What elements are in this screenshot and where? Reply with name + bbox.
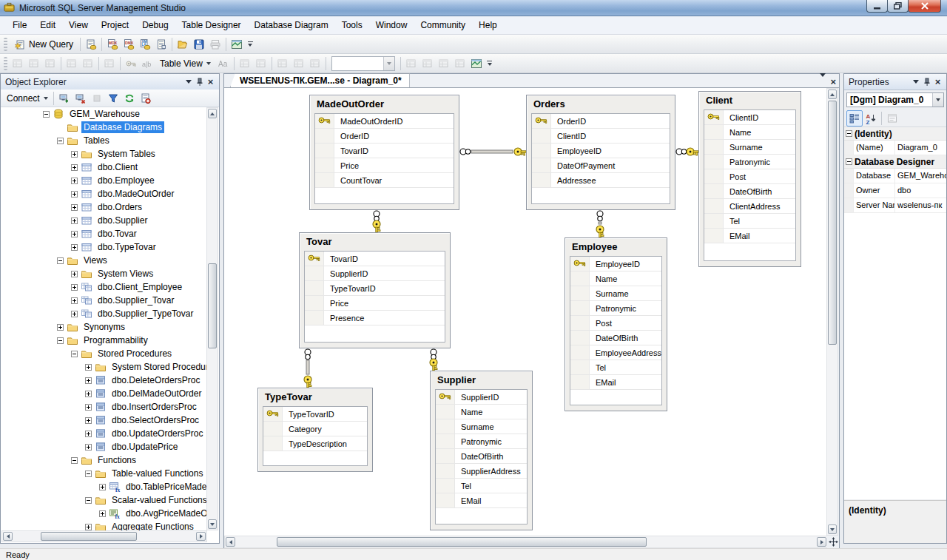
row-selector-cell[interactable] bbox=[532, 144, 551, 158]
remove-from-diagram-icon[interactable] bbox=[80, 55, 96, 72]
column-row[interactable]: TypeDescription bbox=[263, 436, 367, 451]
document-tab[interactable]: WSELENUS-ПК.GEM...se - Diagram_0* bbox=[230, 73, 410, 87]
column-row[interactable]: Addressee bbox=[532, 173, 670, 188]
scroll-left-icon[interactable] bbox=[3, 532, 13, 541]
scroll-right-icon[interactable] bbox=[817, 537, 826, 547]
row-selector-cell[interactable] bbox=[570, 331, 590, 345]
collapse-icon[interactable] bbox=[57, 337, 64, 344]
expand-icon[interactable] bbox=[99, 510, 106, 517]
relationship-orders-employee[interactable] bbox=[593, 210, 607, 237]
active-files-icon[interactable] bbox=[820, 77, 826, 87]
tree-item-dbo-avgpricemadeout[interactable]: fxdbo.AvgPriceMadeOut bbox=[1, 507, 207, 520]
row-selector-cell[interactable] bbox=[436, 449, 455, 463]
collapse-icon[interactable] bbox=[85, 470, 92, 477]
diagram-table-supplier[interactable]: SupplierSupplierIDNameSurnamePatronymicD… bbox=[430, 371, 533, 530]
row-selector-cell[interactable] bbox=[315, 129, 334, 143]
column-row[interactable]: DateOfBirth bbox=[570, 331, 661, 345]
scrollbar-thumb[interactable] bbox=[277, 537, 647, 547]
column-row[interactable]: Surname bbox=[436, 419, 527, 434]
expand-icon[interactable] bbox=[85, 431, 92, 437]
collapse-icon[interactable] bbox=[71, 457, 78, 464]
column-row[interactable]: Patronymic bbox=[436, 434, 527, 449]
pan-diagram-icon[interactable] bbox=[827, 536, 839, 548]
stop-icon[interactable] bbox=[89, 90, 105, 107]
column-row[interactable]: Price bbox=[315, 158, 454, 173]
row-selector-cell[interactable] bbox=[305, 266, 324, 280]
table-title[interactable]: Orders bbox=[527, 95, 675, 113]
row-selector-cell[interactable] bbox=[315, 158, 334, 172]
column-row[interactable]: ClientID bbox=[532, 129, 670, 144]
expand-icon[interactable] bbox=[71, 284, 78, 291]
expand-icon[interactable] bbox=[71, 191, 78, 198]
relationship-labels-icon[interactable] bbox=[436, 55, 452, 72]
column-row[interactable]: EMail bbox=[570, 375, 661, 390]
row-selector-cell[interactable] bbox=[436, 464, 455, 478]
tree-item-dbo-deleteordersproc[interactable]: dbo.DeleteOrdersProc bbox=[1, 374, 207, 387]
collapse-icon[interactable] bbox=[71, 351, 78, 357]
row-selector-cell[interactable] bbox=[704, 229, 724, 243]
primary-key-cell[interactable] bbox=[436, 390, 455, 404]
tree-item-dbo-supplier_tovar[interactable]: dbo.Supplier_Tovar bbox=[1, 294, 207, 307]
row-selector-cell[interactable] bbox=[436, 493, 455, 507]
row-selector-cell[interactable] bbox=[570, 360, 590, 374]
expand-icon[interactable] bbox=[71, 204, 78, 211]
row-selector-cell[interactable] bbox=[436, 434, 455, 448]
row-selector-cell[interactable] bbox=[305, 311, 324, 325]
tree-item-stored-procedures[interactable]: Stored Procedures bbox=[1, 347, 207, 360]
menu-item-community[interactable]: Community bbox=[414, 17, 472, 33]
column-row[interactable]: EmployeeAddress bbox=[570, 345, 661, 360]
scroll-right-icon[interactable] bbox=[196, 532, 206, 541]
window-position-icon[interactable] bbox=[910, 77, 921, 87]
script-wizard-icon[interactable] bbox=[138, 90, 154, 107]
expand-icon[interactable] bbox=[71, 297, 78, 304]
tree-item-dbo-madeoutorder[interactable]: dbo.MadeOutOrder bbox=[1, 187, 207, 200]
table-title[interactable]: MadeOutOrder bbox=[310, 95, 459, 113]
column-row[interactable]: Presence bbox=[305, 311, 445, 325]
column-row[interactable]: Surname bbox=[704, 140, 795, 155]
collapse-icon[interactable] bbox=[57, 257, 64, 264]
row-selector-cell[interactable] bbox=[305, 281, 324, 295]
tree-item-dbo-selectordersproc[interactable]: dbo.SelectOrdersProc bbox=[1, 414, 207, 427]
row-selector-cell[interactable] bbox=[704, 199, 724, 213]
expand-icon[interactable] bbox=[85, 377, 92, 384]
scrollbar-thumb[interactable] bbox=[41, 532, 137, 541]
properties-header[interactable]: Properties × bbox=[844, 74, 946, 90]
menu-item-database-diagram[interactable]: Database Diagram bbox=[248, 17, 335, 33]
row-selector-cell[interactable] bbox=[315, 173, 334, 187]
show-relationship-labels-icon[interactable] bbox=[307, 55, 323, 72]
column-row[interactable]: Category bbox=[263, 422, 367, 436]
primary-key-cell[interactable] bbox=[305, 252, 324, 266]
diagram-vscrollbar[interactable] bbox=[826, 88, 838, 536]
row-selector-cell[interactable] bbox=[315, 144, 334, 158]
analysis-services-xmla-query-icon[interactable]: XMLA bbox=[137, 36, 153, 53]
toolbar-grip[interactable] bbox=[4, 57, 7, 70]
expand-icon[interactable] bbox=[71, 164, 78, 171]
object-selector-dropdown[interactable] bbox=[932, 93, 943, 107]
column-row[interactable]: OrderID bbox=[315, 129, 454, 144]
row-selector-cell[interactable] bbox=[570, 375, 590, 389]
expand-icon[interactable] bbox=[71, 231, 78, 237]
column-row[interactable]: Post bbox=[704, 169, 795, 184]
table-title[interactable]: Employee bbox=[565, 238, 667, 256]
toolbar-overflow-button[interactable] bbox=[245, 36, 255, 53]
arrange-selection-icon[interactable] bbox=[237, 55, 253, 72]
tree-item-dbo-tablepricemadeou[interactable]: fxdbo.TablePriceMadeOu bbox=[1, 480, 207, 493]
sql-compact-query-icon[interactable] bbox=[153, 36, 169, 53]
analysis-services-mdx-query-icon[interactable]: MDX bbox=[104, 36, 121, 53]
collapse-icon[interactable] bbox=[43, 111, 50, 118]
row-selector-cell[interactable] bbox=[704, 155, 724, 169]
generate-change-script-icon[interactable] bbox=[10, 55, 26, 72]
row-selector-cell[interactable] bbox=[570, 301, 590, 315]
tree-item-dbo-tovar[interactable]: dbo.Tovar bbox=[1, 227, 207, 240]
table-title[interactable]: Supplier bbox=[431, 371, 532, 389]
primary-key-cell[interactable] bbox=[315, 114, 334, 128]
save-icon[interactable] bbox=[191, 36, 207, 53]
new-text-annotation-icon[interactable] bbox=[419, 55, 436, 72]
scroll-up-icon[interactable] bbox=[828, 90, 837, 99]
object-explorer-header[interactable]: Object Explorer × bbox=[1, 74, 219, 90]
close-document-icon[interactable]: × bbox=[830, 76, 836, 87]
expand-icon[interactable] bbox=[85, 417, 92, 424]
toolbar-overflow-button[interactable] bbox=[485, 55, 495, 72]
table-title[interactable]: Client bbox=[699, 92, 801, 109]
tree-item-system-tables[interactable]: System Tables bbox=[1, 147, 207, 161]
